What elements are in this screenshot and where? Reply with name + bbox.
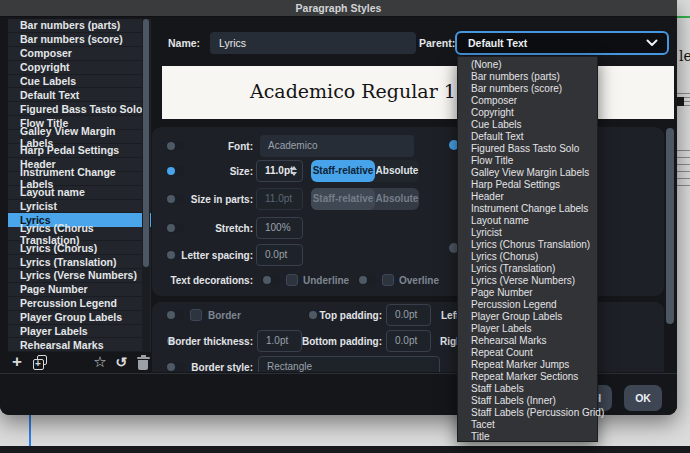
parent-dropdown-option[interactable]: Staff Labels (Percussion Grid) [458, 407, 597, 419]
style-list[interactable]: Bar numbers (parts) Bar numbers (score) … [8, 19, 151, 352]
style-list-item[interactable]: Copyright [8, 61, 151, 75]
parent-dropdown-option[interactable]: Lyrics (Verse Numbers) [458, 275, 597, 287]
style-list-item[interactable]: Percussion Legend [8, 297, 151, 311]
parent-dropdown-option[interactable]: Rehearsal Marks [458, 335, 597, 347]
parent-select[interactable]: Default Text [455, 31, 669, 55]
style-list-item[interactable]: Figured Bass Tasto Solo [8, 102, 151, 116]
style-list-item[interactable]: Lyrics (Translation) [8, 255, 151, 269]
stretch-input[interactable]: 100% [256, 217, 303, 239]
parent-dropdown-option[interactable]: Lyricist [458, 227, 597, 239]
style-list-item-label: Lyrics (Chorus) [20, 242, 97, 254]
style-list-item-label: Layout name [20, 186, 85, 198]
letter-spacing-label: Letter spacing: [160, 250, 253, 261]
style-list-item-label: Percussion Legend [20, 297, 117, 309]
stepper-down-icon[interactable] [291, 172, 297, 176]
size-in-parts-mode-segmented: Staff-relative Absolute [311, 188, 419, 210]
style-list-item[interactable]: Player Labels [8, 325, 151, 339]
name-input[interactable]: Lyrics [210, 32, 416, 54]
parent-dropdown-option[interactable]: Galley View Margin Labels [458, 167, 597, 179]
ok-button[interactable]: OK [624, 385, 662, 411]
parent-dropdown-menu[interactable]: (None)Bar numbers (parts)Bar numbers (sc… [457, 56, 598, 442]
add-style-button[interactable]: + [8, 352, 26, 372]
style-list-item-label: Default Text [20, 89, 79, 101]
absolute-option[interactable]: Absolute [375, 160, 419, 182]
background-text-fragment: le [679, 48, 690, 64]
underline-checkbox[interactable] [286, 274, 298, 286]
parent-dropdown-option[interactable]: Repeat Marker Jumps [458, 359, 597, 371]
reset-style-button[interactable]: ↺ [112, 352, 130, 372]
overline-checkbox[interactable] [382, 274, 394, 286]
parent-dropdown-option[interactable]: Harp Pedal Settings [458, 179, 597, 191]
style-list-scrollbar[interactable] [142, 19, 150, 352]
staff-relative-option[interactable]: Staff-relative [311, 160, 375, 182]
style-list-item[interactable]: Lyrics (Chorus Translation) [8, 227, 151, 241]
parent-dropdown-option[interactable]: Percussion Legend [458, 299, 597, 311]
parent-dropdown-option[interactable]: Lyrics (Chorus Translation) [458, 239, 597, 251]
stepper-up-icon[interactable] [291, 166, 297, 170]
style-list-item[interactable]: Player Group Labels [8, 311, 151, 325]
style-list-item[interactable]: Default Text [8, 88, 151, 102]
parent-dropdown-option[interactable]: Repeat Marker Sections [458, 371, 597, 383]
style-list-item[interactable]: Bar numbers (score) [8, 33, 151, 47]
parent-dropdown-option[interactable]: Lyrics (Translation) [458, 263, 597, 275]
style-list-item[interactable]: Galley View Margin Labels [8, 130, 151, 144]
size-in-parts-input[interactable]: 11.0pt [256, 188, 303, 210]
parent-dropdown-option[interactable]: Staff Labels [458, 383, 597, 395]
bottom-padding-input[interactable]: 0.0pt [386, 330, 431, 352]
trash-icon [137, 355, 150, 370]
style-list-item[interactable]: Rehearsal Marks [8, 338, 151, 352]
parent-dropdown-option[interactable]: Layout name [458, 215, 597, 227]
favorite-style-button[interactable]: ☆ [91, 352, 109, 372]
parent-dropdown-option[interactable]: Staff Labels (Inner) [458, 395, 597, 407]
parent-dropdown-option[interactable]: Tacet [458, 419, 597, 431]
parent-dropdown-option[interactable]: (None) [458, 59, 597, 71]
parent-dropdown-option[interactable]: Repeat Count [458, 347, 597, 359]
parent-dropdown-option[interactable]: Default Text [458, 131, 597, 143]
letter-spacing-input[interactable]: 0.0pt [256, 244, 303, 266]
font-input[interactable]: Academico [260, 135, 414, 157]
parent-dropdown-option[interactable]: Bar numbers (score) [458, 83, 597, 95]
size-mode-segmented[interactable]: Staff-relative Absolute [311, 160, 419, 182]
parent-dropdown-option[interactable]: Copyright [458, 107, 597, 119]
parent-dropdown-option[interactable]: Header [458, 191, 597, 203]
parent-dropdown-option[interactable]: Figured Bass Tasto Solo [458, 143, 597, 155]
properties-scrollbar-thumb[interactable] [666, 128, 674, 324]
size-stepper[interactable]: 11.0pt [256, 160, 303, 182]
parent-dropdown-option[interactable]: Page Number [458, 287, 597, 299]
duplicate-style-button[interactable]: + [31, 352, 49, 372]
style-list-item[interactable]: Cue Labels [8, 75, 151, 89]
style-list-item[interactable]: Instrument Change Labels [8, 172, 151, 186]
parent-dropdown-option[interactable]: Flow Title [458, 155, 597, 167]
style-list-item[interactable]: Page Number [8, 283, 151, 297]
top-padding-input[interactable]: 0.0pt [386, 304, 431, 326]
parent-dropdown-option[interactable]: Player Group Labels [458, 311, 597, 323]
style-list-item[interactable]: Lyricist [8, 200, 151, 214]
parent-dropdown-option[interactable]: Cue Labels [458, 119, 597, 131]
dialog-title[interactable]: Paragraph Styles [0, 0, 677, 17]
parent-dropdown-option[interactable]: Lyrics (Chorus) [458, 251, 597, 263]
style-list-item-label: Lyrics (Translation) [20, 256, 116, 268]
border-override-toggle[interactable] [166, 310, 184, 320]
parent-dropdown-option[interactable]: Bar numbers (parts) [458, 71, 597, 83]
text-decorations-label: Text decorations: [160, 275, 253, 286]
delete-style-button[interactable] [134, 352, 152, 372]
underline-override-toggle[interactable] [262, 275, 280, 285]
border-checkbox[interactable] [190, 309, 202, 321]
duplicate-icon: + [33, 355, 48, 370]
overline-override-toggle[interactable] [358, 275, 376, 285]
border-style-select[interactable]: Rectangle [258, 356, 440, 372]
style-list-item-label: Bar numbers (score) [20, 33, 123, 45]
border-thickness-input[interactable]: 1.0pt [257, 330, 302, 352]
bottom-padding-label: Bottom padding: [302, 336, 382, 347]
style-list-item[interactable]: Bar numbers (parts) [8, 19, 151, 33]
parent-dropdown-option[interactable]: Composer [458, 95, 597, 107]
border-thickness-label: Border thickness: [160, 336, 253, 347]
style-list-item[interactable]: Lyrics (Verse Numbers) [8, 269, 151, 283]
parent-dropdown-option[interactable]: Player Labels [458, 323, 597, 335]
parent-dropdown-option[interactable]: Instrument Change Labels [458, 203, 597, 215]
style-list-item[interactable]: Composer [8, 47, 151, 61]
background-score-page: le [677, 0, 690, 446]
style-list-scrollbar-thumb[interactable] [143, 19, 149, 267]
style-list-item-label: Lyrics (Verse Numbers) [20, 269, 137, 281]
parent-dropdown-option[interactable]: Title [458, 431, 597, 443]
